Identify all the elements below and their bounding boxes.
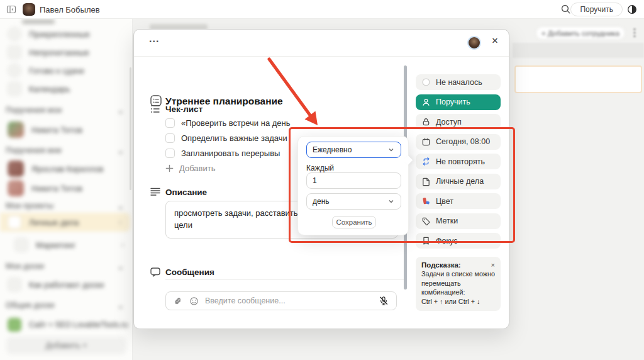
sidebar-section-delegated-me[interactable]: Поручения мне ⌄ [0,143,133,157]
message-input[interactable] [205,296,379,305]
checklist-add-button[interactable]: Добавить [165,164,215,173]
access-button[interactable]: Доступ [416,114,501,130]
hint-title: Подсказка: [421,261,461,269]
nav-icon [8,64,21,77]
checklist-item: «Проверить встречи на день [165,118,291,128]
project-icon [14,238,28,252]
page-icon [421,177,431,186]
repeat-icon [421,157,431,166]
nav-icon [8,27,21,41]
add-employee-button[interactable]: + Добавить сотрудника [536,26,625,40]
theme-toggle-icon[interactable] [627,4,637,14]
plus-icon [165,164,174,172]
sidebar-shared-item[interactable]: Сайт + SEO Lovable/Tools.ru [0,316,133,334]
checklist-icon [150,103,162,116]
sidebar-item-pinned[interactable]: Прикрепленные [0,25,133,43]
blurred-highlight-box [514,65,642,93]
chevron-down-icon [387,198,395,205]
bookmark-icon [421,236,431,245]
board-icon [8,318,21,332]
sidebar-cut-item [22,20,55,24]
tags-button[interactable]: Метки [416,213,501,229]
frequency-select[interactable]: Ежедневно [306,142,401,158]
assign-button[interactable]: Поручить [570,3,623,16]
hint-text: Ctrl + ↑ или Ctrl + ↓ [421,297,495,306]
color-button[interactable]: Цвет [416,193,501,209]
sidebar-project-active[interactable]: Личные дела › [0,213,130,232]
color-icon [421,196,431,206]
unit-select[interactable]: день [306,193,401,210]
avatar [8,180,24,196]
mic-muted-icon[interactable] [379,296,389,306]
description-icon [150,186,162,199]
sidebar-section-delegated-my[interactable]: Поручения мои ⌄ [0,103,133,117]
chevron-icon: ⌄ [118,301,124,310]
repeat-button[interactable]: Не повторять [416,154,501,169]
sidebar-item-calendar[interactable]: Календарь [0,80,133,98]
messages-divider [165,279,406,280]
checkbox[interactable] [165,133,175,143]
checklist-heading: Чек-лист [165,104,203,114]
chevron-down-icon [387,146,395,154]
avatar [8,160,24,177]
chevron-icon: › [121,240,124,249]
interval-input[interactable] [306,172,401,189]
sidebar-item-ready[interactable]: Готово к сдаче [0,62,133,79]
checklist-item: Определить важные задачи [165,133,287,143]
chevron-icon: ⌄ [118,201,124,211]
board-icon [8,278,21,291]
save-button[interactable]: Сохранить [332,216,376,228]
focus-button[interactable]: Фокус [416,233,501,249]
chevron-icon: › [119,218,121,227]
user-name[interactable]: Павел Бобылев [40,5,100,14]
status-circle-icon [421,77,431,87]
description-heading: Описание [165,188,207,197]
sidebar-section-projects[interactable]: Мои проекты ⌄ [0,199,133,213]
sidebar-section-boards[interactable]: Мои доски ⌄ [0,259,133,273]
sidebar-add-button[interactable]: Добавить + [6,337,126,354]
nav-icon [8,45,21,59]
sidebar-section-shared[interactable]: Общие доски ⌄ [0,298,133,312]
sidebar-person[interactable]: Ярослав Кириллов [0,159,133,179]
recurrence-popup: Ежедневно Каждый день Сохранить [297,136,409,235]
sidebar-project-sub[interactable]: Маркетинг › [0,236,133,254]
hint-text: Задачи в списке можно [421,269,495,278]
messages-heading: Сообщения [165,267,214,277]
lock-icon [421,117,431,127]
chevron-icon: ⌄ [118,106,124,115]
modal-user-avatar[interactable] [467,36,481,50]
chevron-icon: ⌄ [118,146,124,155]
checkbox[interactable] [165,149,175,158]
blurred-toolbar-bar [513,43,644,58]
hint-panel: Подсказка: × Задачи в списке можно перем… [416,257,501,311]
attach-icon[interactable] [174,296,183,306]
assign-task-button[interactable]: Поручить [416,94,501,110]
kebab-menu-icon[interactable] [633,28,636,40]
project-button[interactable]: Личные дела [416,174,501,189]
sidebar-person[interactable]: Никита Титов [0,120,133,140]
chevron-icon: ⌄ [118,262,124,271]
due-date-button[interactable]: Сегодня, 08:00 [416,134,501,150]
modal-header-divider [134,56,509,57]
modal-close-icon[interactable]: × [492,35,498,46]
checkbox[interactable] [165,118,175,128]
sidebar-board-item[interactable]: Как работают доски [0,276,133,293]
collapse-sidebar-icon[interactable] [6,4,16,14]
emoji-icon[interactable] [189,296,199,306]
hint-close-icon[interactable]: × [491,261,495,269]
sidebar-scrollbar[interactable] [130,67,131,190]
modal-menu-button[interactable]: ... [149,33,159,45]
sidebar-person[interactable]: Никита Титов [0,178,133,198]
calendar-icon [8,82,21,96]
top-bar: Павел Бобылев Поручить [0,0,644,19]
hint-text: перемещать комбинацией: [421,279,495,296]
person-icon [421,98,431,107]
avatar [8,121,24,138]
message-input-container [165,291,397,310]
status-button[interactable]: Не началось [416,74,501,90]
user-avatar[interactable] [23,3,35,16]
left-sidebar: Прикрепленные Непрочитанные Готово к сда… [0,19,133,360]
messages-icon [150,266,162,279]
sidebar-item-unread[interactable]: Непрочитанные [0,43,133,61]
search-icon[interactable] [560,4,571,14]
